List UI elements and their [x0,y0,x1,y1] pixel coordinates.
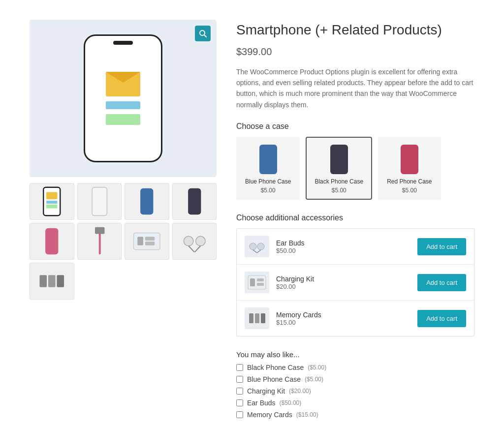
svg-line-1 [204,35,206,37]
svg-rect-31 [249,313,253,323]
thumbnail-9[interactable] [30,263,74,300]
case-red-name: Red Phone Case [387,178,432,185]
zoom-button[interactable] [195,26,211,41]
case-black[interactable]: Black Phone Case $5.00 [306,137,372,200]
svg-line-25 [253,250,257,253]
also-like-check-2[interactable] [236,376,243,383]
accessory-ear-buds-info: Ear Buds $50.00 [276,239,410,254]
case-blue-price: $5.00 [261,187,276,194]
also-like-name-3: Charging Kit [247,387,285,395]
thumbnail-5[interactable] [30,223,74,260]
accessory-ear-buds-price: $50.00 [276,247,410,254]
svg-rect-21 [48,275,56,287]
main-product-image [30,20,217,177]
svg-rect-9 [45,228,58,255]
svg-rect-6 [92,187,107,215]
svg-rect-3 [46,192,57,200]
case-red[interactable]: Red Phone Case $5.00 [378,137,441,200]
accessory-memory-cards: Memory Cards $15.00 Add to cart [237,301,474,336]
thumbnail-1[interactable] [30,183,74,220]
cases-section-label: Choose a case [236,122,474,131]
thumbnail-8[interactable] [172,223,217,260]
case-black-price: $5.00 [332,187,346,194]
svg-rect-22 [57,275,64,287]
also-like-name-1: Black Phone Case [247,364,304,371]
thumbnail-7[interactable] [125,223,169,260]
product-price: $399.00 [236,46,474,58]
also-like-name-2: Blue Phone Case [247,375,301,383]
svg-rect-5 [46,205,57,209]
phone-notch [113,41,133,45]
accessory-memory-cards-price: $15.00 [276,319,410,326]
accessory-memory-cards-name: Memory Cards [276,311,410,319]
thumbnail-4[interactable] [172,183,217,220]
svg-rect-32 [255,313,259,323]
svg-point-16 [184,236,193,245]
case-blue-name: Blue Phone Case [245,178,291,185]
accessories-list: Ear Buds $50.00 Add to cart Charging Kit [236,228,474,336]
accessory-charging-kit: Charging Kit $20.00 Add to cart [237,265,474,301]
case-blue[interactable]: Blue Phone Case $5.00 [236,137,300,200]
svg-line-19 [194,246,200,252]
product-description: The WooCommerce Product Options plugin i… [236,66,474,111]
case-red-price: $5.00 [402,187,417,194]
zoom-icon [199,30,207,37]
case-black-name: Black Phone Case [315,178,363,185]
thumbnail-6[interactable] [77,223,122,260]
accessory-memory-cards-image [245,307,269,329]
accessory-memory-cards-add-btn[interactable]: Add to cart [417,310,466,327]
svg-line-18 [189,246,194,252]
svg-point-17 [195,236,205,245]
also-like-label: You may also like... [236,350,474,359]
also-like-price-3: ($20.00) [289,388,311,395]
also-like-check-3[interactable] [236,388,243,395]
accessory-ear-buds-add-btn[interactable]: Add to cart [417,238,466,255]
svg-rect-33 [261,313,265,323]
also-like-item-5: Memory Cards ($15.00) [236,411,474,419]
accessory-charging-kit-info: Charging Kit $20.00 [276,275,410,290]
also-like-item-2: Blue Phone Case ($5.00) [236,375,474,383]
thumbnail-3[interactable] [125,183,169,220]
svg-rect-15 [145,242,155,245]
svg-point-24 [257,243,264,250]
phone-bar2 [106,114,140,125]
svg-rect-4 [46,201,57,204]
also-like-item-4: Ear Buds ($50.00) [236,399,474,407]
svg-rect-13 [137,237,143,245]
also-like-check-4[interactable] [236,399,243,406]
left-column [30,20,217,427]
also-like-check-5[interactable] [236,411,243,418]
svg-line-26 [257,250,261,253]
svg-point-23 [250,243,256,250]
phone-illustration [84,34,162,162]
also-like-list: Black Phone Case ($5.00) Blue Phone Case… [236,364,474,419]
accessories-section-label: Choose additional accessories [236,214,474,222]
also-like-name-5: Memory Cards [247,411,292,419]
accessory-ear-buds-image [245,236,269,257]
phone-envelope-icon [106,72,140,96]
phone-bar1 [106,101,140,109]
cases-row: Blue Phone Case $5.00 Black Phone Case $… [236,137,474,200]
also-like-check-1[interactable] [236,364,243,371]
svg-rect-8 [188,188,201,215]
also-like-name-4: Ear Buds [247,399,276,407]
right-column: Smartphone (+ Related Products) $399.00 … [236,20,474,427]
svg-rect-29 [257,278,264,281]
accessory-charging-kit-name: Charging Kit [276,275,410,283]
thumbnail-2[interactable] [77,183,122,220]
svg-rect-7 [140,188,153,215]
svg-rect-11 [95,227,104,234]
also-like-item-1: Black Phone Case ($5.00) [236,364,474,371]
also-like-item-3: Charging Kit ($20.00) [236,387,474,395]
case-phone-red [401,145,418,174]
accessory-ear-buds: Ear Buds $50.00 Add to cart [237,229,474,265]
svg-rect-20 [39,275,47,287]
accessory-charging-kit-add-btn[interactable]: Add to cart [417,274,466,291]
accessory-memory-cards-info: Memory Cards $15.00 [276,311,410,326]
also-like-price-4: ($50.00) [280,399,302,406]
svg-rect-28 [250,278,255,286]
product-title: Smartphone (+ Related Products) [236,22,474,38]
accessory-ear-buds-name: Ear Buds [276,239,410,247]
case-phone-blue [259,145,277,174]
case-phone-black [330,145,348,174]
